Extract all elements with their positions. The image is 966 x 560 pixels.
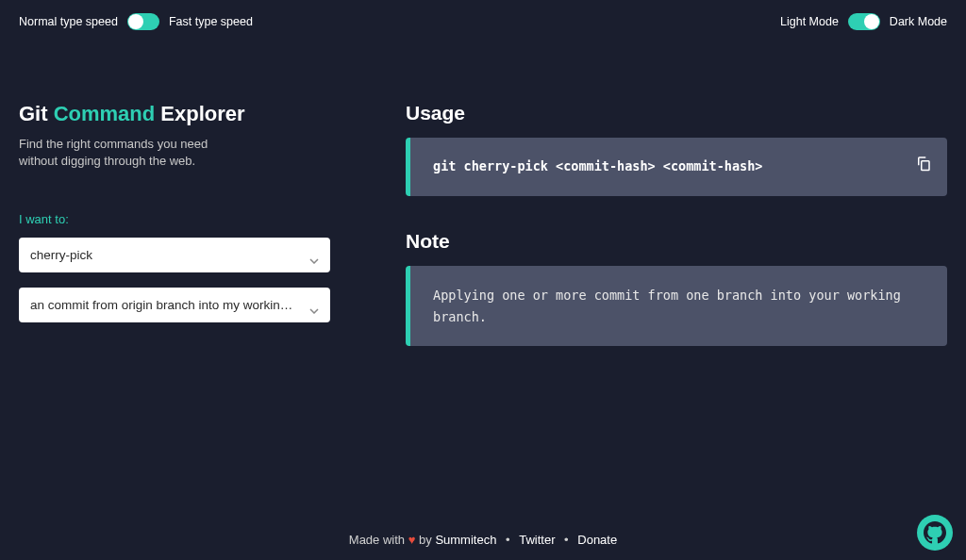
title-accent: Command [54, 102, 156, 125]
speed-toggle-left-label: Normal type speed [19, 15, 118, 28]
page-title: Git Command Explorer [19, 102, 330, 126]
theme-toggle-left-label: Light Mode [780, 15, 839, 28]
note-box: Applying one or more commit from one bra… [406, 266, 947, 347]
main-content: Git Command Explorer Find the right comm… [0, 43, 966, 380]
donate-link[interactable]: Donate [577, 533, 617, 547]
theme-toggle-right-label: Dark Mode [890, 15, 947, 28]
note-section: Note Applying one or more commit from on… [406, 230, 947, 347]
speed-toggle-group: Normal type speed Fast type speed [19, 13, 253, 30]
footer-made-with: Made with [349, 533, 408, 547]
theme-toggle[interactable] [848, 13, 880, 30]
theme-toggle-knob [864, 14, 879, 29]
github-badge[interactable] [917, 515, 953, 551]
speed-toggle[interactable] [127, 13, 159, 30]
copy-icon[interactable] [915, 155, 932, 178]
usage-title: Usage [406, 102, 947, 124]
action-select[interactable]: cherry-pick [19, 238, 330, 272]
subtitle-line2: without digging through the web. [19, 154, 195, 168]
separator: • [560, 533, 572, 547]
header: Normal type speed Fast type speed Light … [0, 0, 966, 43]
footer: Made with ♥ by Summitech • Twitter • Don… [0, 533, 966, 547]
speed-toggle-knob [128, 14, 143, 29]
select1-wrap: cherry-pick [19, 238, 330, 272]
detail-select[interactable]: an commit from origin branch into my wor… [19, 288, 330, 322]
speed-toggle-right-label: Fast type speed [169, 15, 253, 28]
note-text: Applying one or more commit from one bra… [433, 288, 901, 324]
subtitle: Find the right commands you need without… [19, 136, 330, 170]
title-part1: Git [19, 102, 54, 125]
subtitle-line1: Find the right commands you need [19, 137, 208, 151]
title-part3: Explorer [155, 102, 244, 125]
right-panel: Usage git cherry-pick <commit-hash> <com… [406, 102, 947, 380]
twitter-link[interactable]: Twitter [519, 533, 555, 547]
separator: • [502, 533, 513, 547]
note-title: Note [406, 230, 947, 253]
usage-section: Usage git cherry-pick <commit-hash> <com… [406, 102, 947, 196]
left-panel: Git Command Explorer Find the right comm… [19, 102, 330, 380]
usage-code-box: git cherry-pick <commit-hash> <commit-ha… [406, 138, 947, 196]
select2-wrap: an commit from origin branch into my wor… [19, 288, 330, 322]
svg-rect-0 [922, 161, 929, 171]
usage-code: git cherry-pick <commit-hash> <commit-ha… [433, 158, 763, 173]
footer-by: by [415, 533, 435, 547]
github-icon [924, 521, 946, 544]
theme-toggle-group: Light Mode Dark Mode [780, 13, 947, 30]
author-link[interactable]: Summitech [435, 533, 496, 547]
prompt-label: I want to: [19, 212, 330, 226]
